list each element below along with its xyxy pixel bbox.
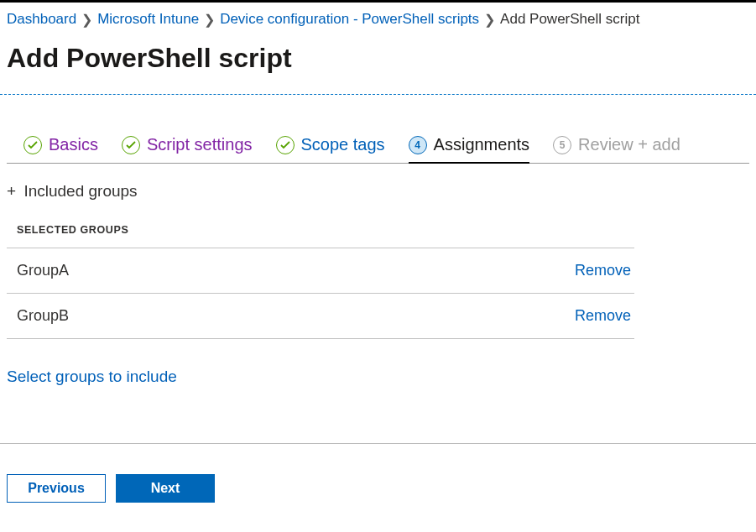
check-circle-icon [276, 136, 295, 154]
chevron-right-icon: ❯ [484, 12, 495, 28]
chevron-right-icon: ❯ [204, 12, 215, 28]
wizard-footer: Previous Next [0, 444, 756, 523]
tab-label: Assignments [434, 135, 530, 154]
tab-label: Scope tags [301, 135, 385, 154]
step-number-icon: 4 [409, 136, 427, 154]
tab-script-settings[interactable]: Script settings [122, 135, 253, 163]
select-groups-link[interactable]: Select groups to include [7, 339, 177, 386]
check-circle-icon [122, 136, 140, 154]
remove-group-link[interactable]: Remove [575, 307, 631, 325]
tab-label: Basics [49, 135, 98, 154]
plus-icon: + [7, 182, 16, 200]
selected-groups-heading: SELECTED GROUPS [7, 224, 749, 248]
breadcrumb-device-config[interactable]: Device configuration - PowerShell script… [220, 11, 479, 28]
included-groups-toggle[interactable]: + Included groups [7, 182, 749, 224]
step-number-icon: 5 [553, 136, 571, 154]
chevron-right-icon: ❯ [81, 12, 92, 28]
group-name: GroupB [17, 307, 69, 325]
remove-group-link[interactable]: Remove [575, 262, 631, 279]
tab-review-add[interactable]: 5 Review + add [553, 135, 680, 163]
breadcrumb: Dashboard ❯ Microsoft Intune ❯ Device co… [0, 3, 756, 33]
next-button[interactable]: Next [116, 474, 215, 503]
page-title: Add PowerShell script [0, 33, 756, 94]
group-name: GroupA [17, 262, 69, 279]
group-row: GroupA Remove [7, 248, 634, 294]
included-groups-label: Included groups [23, 182, 137, 200]
tab-basics[interactable]: Basics [23, 135, 98, 163]
breadcrumb-intune[interactable]: Microsoft Intune [97, 11, 199, 28]
tab-assignments[interactable]: 4 Assignments [409, 135, 530, 163]
group-row: GroupB Remove [7, 294, 634, 339]
selected-groups-table: GroupA Remove GroupB Remove [7, 248, 634, 339]
assignments-section: + Included groups SELECTED GROUPS GroupA… [0, 164, 756, 386]
previous-button[interactable]: Previous [7, 474, 106, 503]
tab-label: Review + add [578, 135, 680, 154]
check-circle-icon [23, 136, 42, 154]
breadcrumb-dashboard[interactable]: Dashboard [7, 11, 76, 28]
wizard-tabs: Basics Script settings Scope tags 4 Assi… [7, 95, 749, 164]
breadcrumb-current: Add PowerShell script [500, 11, 639, 28]
tab-scope-tags[interactable]: Scope tags [276, 135, 385, 163]
tab-label: Script settings [147, 135, 253, 154]
